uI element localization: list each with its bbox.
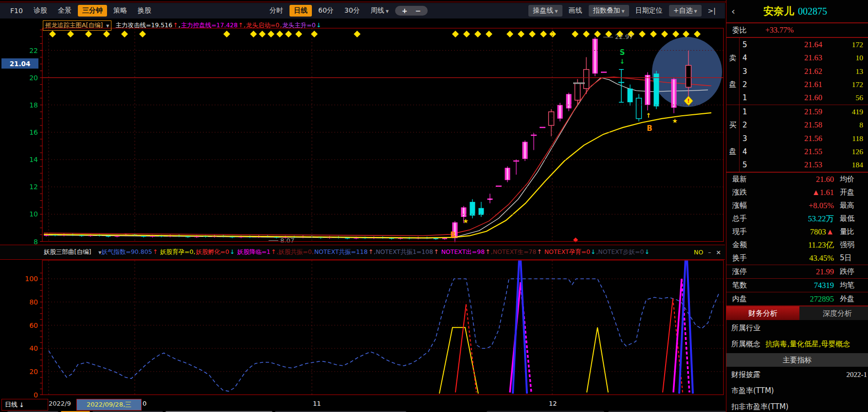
- period-60分[interactable]: 60分: [314, 5, 338, 17]
- indicator-segment: ↑: [238, 21, 243, 29]
- indicator-segment: ,NOTEXT步妖=0: [596, 248, 644, 255]
- indicator-segment: 妖股育孕=0,: [158, 248, 195, 255]
- stock-name: 安奈儿: [763, 4, 794, 18]
- menu-诊股[interactable]: 诊股: [29, 5, 52, 17]
- period-分时[interactable]: 分时: [265, 5, 288, 17]
- menu-策略[interactable]: 策略: [109, 5, 131, 17]
- indicator-segment: ↓: [644, 248, 649, 255]
- period-30分[interactable]: 30分: [340, 5, 364, 17]
- candlestick-chart-canvas[interactable]: B★S↓↑B★!22.978.0722201816141210810080604…: [0, 0, 725, 412]
- svg-text:40: 40: [29, 344, 38, 352]
- indicator-segment: ↓: [316, 21, 321, 29]
- svg-text:20: 20: [29, 74, 38, 82]
- stat-row-现手: 现手7803▲量比: [726, 225, 868, 238]
- tool-+自选[interactable]: +自选▼: [669, 5, 702, 17]
- stat-row-笔数: 笔数74319均笔: [726, 279, 868, 292]
- svg-text:S: S: [620, 48, 625, 57]
- concept-row: 所属概念 抗病毒,量化低星,母婴概念: [726, 336, 868, 352]
- zoom-in-button[interactable]: +: [402, 7, 408, 15]
- indicator-segment: ,NOTEXT生=78: [491, 248, 537, 255]
- chevron-down-icon: ▼: [106, 24, 109, 28]
- orderbook-side-label: [726, 38, 739, 51]
- sub-indicator-no-label: NO: [694, 249, 703, 256]
- chevron-down-icon: ▼: [555, 9, 558, 14]
- svg-text:22: 22: [29, 47, 38, 54]
- axis-label-nov: 11: [313, 400, 321, 407]
- orderbook-row: 321.6213: [740, 65, 868, 78]
- period-selector[interactable]: 日线 ↓: [1, 399, 48, 411]
- stat-row-金额: 金额11.23亿强弱: [726, 238, 868, 251]
- svg-text:0: 0: [34, 391, 38, 399]
- main-indicator-selector[interactable]: 摇龙追踪主图A[自编] ▼: [43, 20, 111, 31]
- stat-row-换手: 换手43.45%5日: [726, 251, 868, 265]
- menu-F10[interactable]: F10: [6, 5, 27, 16]
- indicator-segment: ↑: [173, 21, 178, 29]
- orderbook-side-label: 盘: [726, 78, 739, 91]
- indicator-segment: ↑: [271, 248, 276, 255]
- orderbook-row: 221.61172: [740, 78, 868, 91]
- axis-label-dec: 12: [549, 400, 557, 407]
- indicator-segment: NOTEXT孕育=0: [542, 248, 590, 255]
- orderbook-side-label: 卖: [726, 51, 739, 64]
- indicator-segment: ,妖股共振=0,: [276, 248, 313, 255]
- minimize-icon[interactable]: –: [708, 249, 711, 256]
- indicator-segment: ,NOTEXT共振1=108: [374, 248, 433, 255]
- orderbook-side-label: [726, 159, 739, 172]
- close-icon[interactable]: ×: [716, 249, 721, 256]
- orderbook-side-label: [726, 91, 739, 105]
- svg-text:★: ★: [672, 117, 678, 125]
- main-indicator-values: 主力攻击线=19.516↑,主力控盘线=17.428↑,龙头启动=0,龙头主升=…: [115, 21, 322, 30]
- stock-code: 002875: [798, 6, 827, 17]
- period-周线[interactable]: 周线▼: [366, 5, 393, 17]
- weibi-row: 委比 +33.77%: [726, 23, 868, 37]
- toolbar-period-group: 分时日线60分30分周线▼+−: [265, 5, 428, 17]
- fin-row-扣非市盈率(TTM): 扣非市盈率(TTM): [726, 399, 868, 412]
- toolbar-right-group: 操盘线▼画线指数叠加▼日期定位+自选▼>|: [528, 5, 720, 17]
- svg-text:!: !: [687, 98, 689, 104]
- tool->|[interactable]: >|: [704, 5, 720, 16]
- indicator-segment: 妖股孵化=0: [196, 248, 229, 255]
- period-日线[interactable]: 日线: [289, 5, 312, 17]
- buy-orderbook: 买盘 121.59419221.588321.56118421.55126521…: [726, 105, 868, 172]
- collapse-arrow-icon[interactable]: ‹: [731, 5, 735, 17]
- svg-text:60: 60: [29, 322, 38, 329]
- tool-操盘线[interactable]: 操盘线▼: [528, 5, 562, 17]
- tool-指数叠加[interactable]: 指数叠加▼: [589, 5, 629, 17]
- inner-outer-row: 内盘272895外盘: [726, 292, 868, 305]
- section-header-main-indicators: 主要指标: [726, 353, 868, 367]
- indicator-segment: ,: [280, 21, 282, 29]
- tool-画线[interactable]: 画线: [564, 5, 587, 17]
- tab-deep-analysis[interactable]: 深度分析: [799, 306, 868, 320]
- svg-text:↑: ↑: [646, 112, 651, 119]
- zoom-pill: +−: [395, 6, 428, 16]
- svg-text:18: 18: [29, 101, 38, 109]
- indicator-segment: ,: [244, 21, 246, 29]
- limit-row: 涨停21.99跌停: [726, 265, 868, 278]
- toolbar-left-group: F10诊股全景三分钟策略换股: [6, 5, 156, 17]
- menu-全景[interactable]: 全景: [54, 5, 76, 17]
- tool-日期定位[interactable]: 日期定位: [631, 5, 667, 17]
- stats-block: 最新21.60均价涨跌▲1.61开盘涨幅+8.05%最高总手53.22万最低现手…: [726, 173, 868, 265]
- menu-换股[interactable]: 换股: [133, 5, 156, 17]
- tab-financial-analysis[interactable]: 财务分析: [726, 306, 799, 320]
- sub-indicator-selector[interactable]: 妖股三部曲[自编] ▼: [0, 248, 101, 256]
- main-indicator-row: 摇龙追踪主图A[自编] ▼ 主力攻击线=19.516↑,主力控盘线=17.428…: [43, 20, 322, 30]
- orderbook-row: 321.56118: [740, 132, 868, 145]
- sell-orderbook: 卖盘 521.64172421.6310321.6213221.61172121…: [726, 38, 868, 105]
- svg-text:16: 16: [29, 128, 38, 136]
- stat-row-涨幅: 涨幅+8.05%最高: [726, 199, 868, 212]
- stat-row-总手: 总手53.22万最低: [726, 212, 868, 225]
- financial-rows: 财报披露2022-1市盈率(TTM)扣非市盈率(TTM): [726, 367, 868, 412]
- zoom-out-button[interactable]: −: [416, 7, 421, 15]
- indicator-segment: NOTEXT共振=118: [314, 248, 368, 255]
- indicator-segment: ↑: [434, 248, 438, 255]
- indicator-segment: ↓: [591, 248, 596, 255]
- axis-label-oct: 0: [143, 400, 146, 407]
- svg-text:B: B: [647, 124, 652, 133]
- concept-label: 所属概念: [731, 340, 760, 349]
- chevron-down-icon: ▼: [622, 9, 625, 14]
- menu-三分钟[interactable]: 三分钟: [78, 5, 107, 17]
- svg-text:22.97: 22.97: [615, 33, 633, 40]
- main-indicator-name: 摇龙追踪主图A[自编]: [45, 21, 103, 29]
- svg-text:14: 14: [29, 156, 38, 163]
